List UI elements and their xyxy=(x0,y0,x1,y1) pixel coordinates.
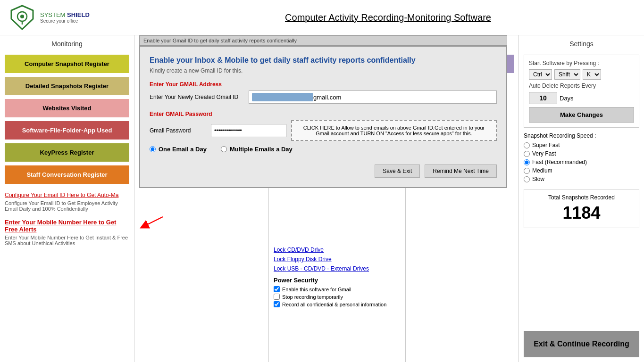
header-center: Computer Activity Recording-Monitoring S… xyxy=(142,12,635,23)
key-combo-row: Ctrl Shift K xyxy=(529,69,634,80)
arrow-indicator xyxy=(137,214,165,230)
software-file-btn[interactable]: Software-File-Folder-App Used xyxy=(5,121,129,140)
settings-column: Settings Start Software by Pressing : Ct… xyxy=(519,35,644,362)
modal-buttons: Save & Exit Remind Me Next Time xyxy=(150,165,497,178)
auto-delete-row: Days xyxy=(529,92,634,104)
settings-title: Settings xyxy=(524,40,639,50)
gmail-checkbox-label: Enable this software for Gmail xyxy=(282,287,351,292)
total-snapshots-value: 1184 xyxy=(529,203,634,223)
logo-area: SYSTEM SHIELD Secure your office xyxy=(9,5,142,31)
logo-system: SYSTEM xyxy=(40,11,65,18)
very-fast-label: Very Fast xyxy=(532,150,556,157)
medium-label: Medium xyxy=(532,167,552,174)
logo-text: SYSTEM SHIELD Secure your office xyxy=(40,11,90,24)
websites-visited-btn[interactable]: Websites Visited xyxy=(5,99,129,117)
lock-floppy-link[interactable]: Lock Floppy Disk Drive xyxy=(274,256,401,263)
gmail-row: Enter Your Newly Created Gmail ID gmail.… xyxy=(150,90,497,104)
modal-overlay: Enable your Gmail ID to get daily staff … xyxy=(139,35,507,188)
one-email-label: One Email a Day xyxy=(159,146,207,153)
make-changes-btn[interactable]: Make Changes xyxy=(529,107,634,123)
speed-medium[interactable]: Medium xyxy=(524,167,639,174)
power-security: Power Security Enable this software for … xyxy=(274,277,401,307)
configure-desc: Configure Your Email ID to Get Employee … xyxy=(5,200,129,212)
speed-very-fast[interactable]: Very Fast xyxy=(524,150,639,157)
snapshot-speed-label: Snapshot Recording Speed : xyxy=(524,132,639,139)
staff-conversation-btn[interactable]: Staff Conversation Register xyxy=(5,165,129,184)
multiple-email-label: Multiple Emails a Day xyxy=(230,146,293,153)
monitoring-title: Monitoring xyxy=(5,40,129,50)
auto-delete-label: Auto Delete Reports Every xyxy=(529,82,634,89)
password-section-label: Enter GMAIL Password xyxy=(150,111,497,117)
header: SYSTEM SHIELD Secure your office Compute… xyxy=(0,0,644,35)
key3-select[interactable]: K xyxy=(583,69,601,80)
email-frequency-row: One Email a Day Multiple Emails a Day xyxy=(150,141,497,157)
slow-radio[interactable] xyxy=(524,176,530,182)
gmail-checkbox-item[interactable]: Enable this software for Gmail xyxy=(274,286,401,292)
snapshot-speed-group: Snapshot Recording Speed : Super Fast Ve… xyxy=(524,132,639,184)
remind-next-btn[interactable]: Remind Me Next Time xyxy=(425,165,497,178)
password-row: Gmail Password CLICK HERE to Allow to se… xyxy=(150,120,497,141)
lock-cddvd-link[interactable]: Lock CD/DVD Drive xyxy=(274,247,401,253)
modal-content: Enable your Inbox & Mobile to get daily … xyxy=(139,46,507,188)
gmail-checkbox[interactable] xyxy=(274,286,280,292)
main-title: Computer Activity Recording-Monitoring S… xyxy=(285,12,491,23)
record-confidential-checkbox[interactable] xyxy=(274,301,280,307)
fast-label: Fast (Recommanded) xyxy=(532,159,587,165)
mobile-alert-link[interactable]: Enter Your Mobile Number Here to Get Fre… xyxy=(5,219,116,233)
logo-title: SYSTEM SHIELD xyxy=(40,11,90,18)
password-field-label: Gmail Password xyxy=(150,127,206,134)
gmail-redacted xyxy=(252,93,313,101)
start-software-group: Start Software by Pressing : Ctrl Shift … xyxy=(524,55,639,128)
slow-label: Slow xyxy=(532,176,544,182)
svg-point-2 xyxy=(20,15,24,18)
click-here-box[interactable]: CLICK HERE to Allow to send emails on ab… xyxy=(291,120,497,141)
monitoring-column: Monitoring Computer Snapshot Register De… xyxy=(0,35,134,362)
power-security-title: Power Security xyxy=(274,277,401,284)
logo-tagline: Secure your office xyxy=(40,18,90,24)
stop-recording-checkbox[interactable] xyxy=(274,294,280,300)
start-software-label: Start Software by Pressing : xyxy=(529,60,634,66)
modal-title: Enable your Inbox & Mobile to get daily … xyxy=(150,56,497,65)
gmail-field-label: Enter Your Newly Created Gmail ID xyxy=(150,94,244,100)
very-fast-radio[interactable] xyxy=(524,151,530,157)
keypress-btn[interactable]: KeyPress Register xyxy=(5,143,129,162)
exit-continue-btn[interactable]: Exit & Continue Recording xyxy=(524,331,639,357)
lock-usb-link[interactable]: Lock USB - CD/DVD - External Drives xyxy=(274,265,401,272)
password-input[interactable] xyxy=(211,124,286,137)
configure-email-link[interactable]: Configure Your Email ID Here to Get Auto… xyxy=(5,192,118,198)
record-confidential-label: Record all confidential & personal infor… xyxy=(282,302,386,307)
super-fast-radio[interactable] xyxy=(524,142,530,148)
super-fast-label: Super Fast xyxy=(532,142,560,148)
save-exit-btn[interactable]: Save & Exit xyxy=(375,165,420,178)
fast-radio[interactable] xyxy=(524,159,530,165)
key1-select[interactable]: Ctrl xyxy=(529,69,552,80)
key2-select[interactable]: Shift xyxy=(554,69,580,80)
total-snapshots-group: Total Snapshots Recorded 1184 xyxy=(524,189,639,228)
total-snapshots-label: Total Snapshots Recorded xyxy=(529,194,634,201)
speed-slow[interactable]: Slow xyxy=(524,176,639,182)
days-label: Days xyxy=(560,95,574,102)
medium-radio[interactable] xyxy=(524,168,530,174)
main-container: Monitoring Computer Snapshot Register De… xyxy=(0,35,644,362)
computer-snapshot-btn[interactable]: Computer Snapshot Register xyxy=(5,55,129,73)
speed-fast[interactable]: Fast (Recommanded) xyxy=(524,159,639,165)
gmail-domain: gmail.com xyxy=(313,94,341,101)
modal-bar: Enable your Gmail ID to get daily staff … xyxy=(139,35,507,46)
speed-super-fast[interactable]: Super Fast xyxy=(524,142,639,148)
one-email-option[interactable]: One Email a Day xyxy=(150,146,207,153)
shield-logo-icon xyxy=(9,5,35,31)
gmail-section-label: Enter Your GMAIL Address xyxy=(150,81,497,88)
logo-shield-word: SHIELD xyxy=(67,11,90,18)
one-email-radio[interactable] xyxy=(150,146,156,152)
modal-subtitle: Kindly create a new Gmail ID for this. xyxy=(150,67,497,74)
detailed-snapshots-btn[interactable]: Detailed Snapshots Register xyxy=(5,77,129,95)
stop-recording-item[interactable]: Stop recording temporarily xyxy=(274,294,401,300)
auto-delete-input[interactable] xyxy=(529,92,557,104)
mobile-desc: Enter Your Mobile Number Here to Get Ins… xyxy=(5,235,129,246)
record-confidential-item[interactable]: Record all confidential & personal infor… xyxy=(274,301,401,307)
multiple-email-option[interactable]: Multiple Emails a Day xyxy=(221,146,293,153)
svg-line-4 xyxy=(144,217,163,226)
stop-recording-label: Stop recording temporarily xyxy=(282,294,343,300)
multiple-email-radio[interactable] xyxy=(221,146,227,152)
